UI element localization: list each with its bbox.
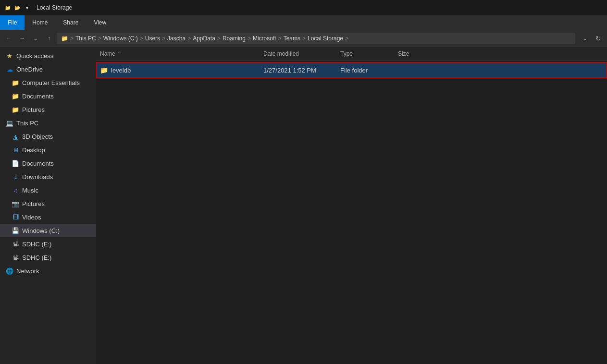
3dobjects-icon: ◮ bbox=[12, 133, 19, 140]
sidebar-label-this-pc: This PC bbox=[16, 120, 38, 127]
breadcrumb-users[interactable]: Users bbox=[145, 35, 160, 42]
menu-file[interactable]: File bbox=[0, 15, 25, 30]
sidebar-item-pictures[interactable]: 📷 Pictures bbox=[0, 197, 96, 210]
sort-arrow-icon: ⌃ bbox=[117, 51, 121, 56]
sidebar-label-3dobjects: 3D Objects bbox=[22, 133, 53, 140]
forward-button[interactable]: → bbox=[16, 33, 28, 44]
col-header-date[interactable]: Date modified bbox=[263, 50, 340, 57]
breadcrumb-roaming[interactable]: Roaming bbox=[223, 35, 246, 42]
sidebar-label-documents-od: Documents bbox=[22, 93, 54, 100]
address-bar: ← → ⌄ ↑ 📁 > This PC > Windows (C:) > Use… bbox=[0, 30, 607, 47]
menu-share[interactable]: Share bbox=[55, 15, 86, 30]
sidebar-label-sdhc-e1: SDHC (E:) bbox=[22, 241, 51, 248]
sidebar-item-computer-essentials[interactable]: 📁 Computer Essentials bbox=[0, 76, 96, 89]
breadcrumb-thispc[interactable]: This PC bbox=[75, 35, 96, 42]
dropdown-button[interactable]: ⌄ bbox=[30, 33, 41, 44]
sidebar-label-computer-essentials: Computer Essentials bbox=[22, 79, 80, 86]
sidebar-label-videos: Videos bbox=[22, 214, 41, 221]
column-headers: Name ⌃ Date modified Type Size bbox=[96, 47, 607, 61]
music-icon: ♫ bbox=[12, 186, 19, 194]
sidebar-item-this-pc[interactable]: 💻 This PC bbox=[0, 116, 96, 130]
sidebar-label-desktop: Desktop bbox=[22, 146, 45, 154]
sidebar-item-sdhc-e1[interactable]: 📽 SDHC (E:) bbox=[0, 237, 96, 251]
sidebar-item-onedrive[interactable]: ☁ OneDrive bbox=[0, 62, 96, 76]
breadcrumb-home-icon: 📁 bbox=[61, 35, 68, 42]
sdhc-icon-1: 📽 bbox=[12, 240, 19, 248]
content-area: Name ⌃ Date modified Type Size 📁 leveldb bbox=[96, 47, 607, 364]
sidebar-label-downloads: Downloads bbox=[22, 173, 53, 181]
folder-icon-computer-essentials: 📁 bbox=[12, 79, 19, 86]
menu-view[interactable]: View bbox=[86, 15, 114, 30]
network-icon: 🌐 bbox=[6, 267, 13, 275]
drive-icon-windows: 💾 bbox=[12, 227, 19, 234]
file-list: 📁 leveldb 1/27/2021 1:52 PM File folder bbox=[96, 61, 607, 364]
sidebar-label-pictures-od: Pictures bbox=[22, 106, 45, 113]
col-header-type[interactable]: Type bbox=[340, 50, 398, 57]
file-name-cell: 📁 leveldb bbox=[100, 66, 263, 74]
breadcrumb-appdata[interactable]: AppData bbox=[193, 35, 215, 42]
sidebar-item-network[interactable]: 🌐 Network bbox=[0, 264, 96, 278]
folder-icon-documents-od: 📁 bbox=[12, 92, 19, 100]
sidebar-item-windows-c[interactable]: 💾 Windows (C:) bbox=[0, 224, 96, 237]
file-name-label: leveldb bbox=[111, 67, 131, 74]
videos-icon: 🎞 bbox=[12, 213, 19, 221]
menu-home[interactable]: Home bbox=[25, 15, 55, 30]
onedrive-icon: ☁ bbox=[6, 65, 13, 73]
breadcrumb-microsoft[interactable]: Microsoft bbox=[253, 35, 276, 42]
title-bar-icons: 📁 📂 ▾ bbox=[4, 4, 31, 12]
sidebar-label-pictures: Pictures bbox=[22, 200, 45, 207]
sidebar-item-sdhc-e2[interactable]: 📽 SDHC (E:) bbox=[0, 251, 96, 264]
refresh-button[interactable]: ↻ bbox=[593, 33, 604, 44]
col-header-name[interactable]: Name ⌃ bbox=[100, 50, 263, 57]
address-dropdown-button[interactable]: ⌄ bbox=[579, 33, 591, 44]
up-button[interactable]: ↑ bbox=[43, 33, 55, 44]
downloads-icon: ⇓ bbox=[12, 173, 19, 181]
star-icon: ★ bbox=[6, 52, 13, 60]
menu-bar: File Home Share View bbox=[0, 15, 607, 30]
new-folder-icon[interactable]: 📁 bbox=[4, 4, 12, 12]
folder-icon[interactable]: 📂 bbox=[13, 4, 21, 12]
sidebar-label-sdhc-e2: SDHC (E:) bbox=[22, 254, 51, 261]
file-date-cell: 1/27/2021 1:52 PM bbox=[263, 67, 340, 74]
sidebar-label-quick-access: Quick access bbox=[16, 52, 53, 60]
sidebar-item-desktop[interactable]: 🖥 Desktop bbox=[0, 143, 96, 157]
breadcrumb-windows[interactable]: Windows (C:) bbox=[103, 35, 138, 42]
sidebar-item-downloads[interactable]: ⇓ Downloads bbox=[0, 170, 96, 183]
sidebar-label-network: Network bbox=[16, 267, 39, 275]
breadcrumb-jascha[interactable]: Jascha bbox=[167, 35, 186, 42]
breadcrumb-teams[interactable]: Teams bbox=[284, 35, 300, 42]
sidebar: ★ Quick access ☁ OneDrive 📁 Computer Ess… bbox=[0, 47, 96, 364]
sidebar-label-onedrive: OneDrive bbox=[16, 66, 43, 73]
window-title: Local Storage bbox=[37, 4, 72, 11]
sidebar-item-documents-od[interactable]: 📁 Documents bbox=[0, 89, 96, 103]
sidebar-item-pictures-od[interactable]: 📁 Pictures bbox=[0, 103, 96, 116]
sidebar-label-windows-c: Windows (C:) bbox=[22, 227, 60, 234]
sidebar-item-3dobjects[interactable]: ◮ 3D Objects bbox=[0, 130, 96, 143]
sidebar-item-videos[interactable]: 🎞 Videos bbox=[0, 210, 96, 224]
table-row[interactable]: 📁 leveldb 1/27/2021 1:52 PM File folder bbox=[96, 62, 607, 78]
desktop-icon: 🖥 bbox=[12, 146, 19, 154]
sidebar-item-quick-access[interactable]: ★ Quick access bbox=[0, 49, 96, 62]
pictures-icon: 📷 bbox=[12, 200, 19, 207]
sdhc-icon-2: 📽 bbox=[12, 254, 19, 261]
file-type-cell: File folder bbox=[340, 67, 398, 74]
breadcrumb-localstorage[interactable]: Local Storage bbox=[308, 35, 343, 42]
folder-icon-leveldb: 📁 bbox=[100, 66, 108, 74]
main-layout: ★ Quick access ☁ OneDrive 📁 Computer Ess… bbox=[0, 47, 607, 364]
documents-icon: 📄 bbox=[12, 159, 19, 167]
sidebar-label-documents: Documents bbox=[22, 160, 54, 167]
sidebar-item-music[interactable]: ♫ Music bbox=[0, 183, 96, 197]
sidebar-label-music: Music bbox=[22, 187, 38, 194]
title-bar: 📁 📂 ▾ Local Storage bbox=[0, 0, 607, 15]
folder-icon-pictures-od: 📁 bbox=[12, 106, 19, 113]
dropdown-icon[interactable]: ▾ bbox=[23, 4, 31, 12]
breadcrumb[interactable]: 📁 > This PC > Windows (C:) > Users > Jas… bbox=[57, 33, 575, 44]
back-button[interactable]: ← bbox=[3, 33, 14, 44]
col-header-size[interactable]: Size bbox=[398, 50, 603, 57]
thispc-icon: 💻 bbox=[6, 119, 13, 127]
sidebar-item-documents[interactable]: 📄 Documents bbox=[0, 157, 96, 170]
